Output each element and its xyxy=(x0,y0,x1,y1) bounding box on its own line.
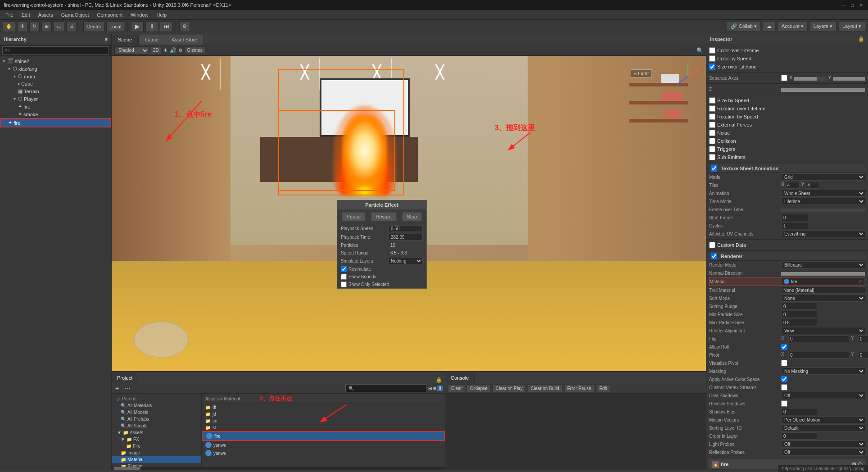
hierarchy-item-shinei[interactable]: ▼ 🎬 shinei* xyxy=(0,57,111,65)
edit-btn[interactable]: Edit xyxy=(596,384,610,392)
collapse-btn[interactable]: Collapse xyxy=(467,384,491,392)
view-toggle1[interactable]: ⊞ xyxy=(428,386,432,391)
hierarchy-item-terrain[interactable]: ▦ Terrain xyxy=(0,87,111,95)
cast-shadows-select[interactable]: Off On xyxy=(781,392,865,399)
pivot-y-input[interactable] xyxy=(858,352,868,359)
effects-toggle[interactable]: ⚙ xyxy=(178,48,182,53)
flip-y-input[interactable] xyxy=(858,336,868,342)
tree-toggle-fx[interactable]: ▼ xyxy=(121,437,125,442)
frame-curve[interactable] xyxy=(781,209,865,212)
noise-cb[interactable] xyxy=(709,130,715,136)
animation-select[interactable]: Whole Sheet Single Row xyxy=(781,190,865,197)
size-over-lifetime-cb[interactable] xyxy=(709,64,715,70)
2d-toggle[interactable]: 2D xyxy=(151,46,161,54)
tree-item-plugins[interactable]: 📁 Plugins xyxy=(112,463,201,467)
navigation-gizmo[interactable]: X Y Z xyxy=(674,63,701,90)
hierarchy-item-smoke[interactable]: ✦ smoke xyxy=(0,110,111,118)
scrollbar-thumb[interactable] xyxy=(113,467,140,470)
material-picker-icon[interactable]: ⊙ xyxy=(859,279,863,284)
show-bounds-checkbox[interactable] xyxy=(341,274,347,280)
hierarchy-item-room[interactable]: ▼ ⬡ room xyxy=(0,73,111,80)
render-mode-select[interactable]: Billboard Stretched Billboard Horizontal… xyxy=(781,261,865,268)
rotation-by-speed-cb[interactable] xyxy=(709,113,715,120)
transform-tool[interactable]: ⊡ xyxy=(66,21,77,32)
custom-data-cb[interactable] xyxy=(709,242,715,248)
file-fire-material[interactable]: fire xyxy=(202,431,445,441)
custom-vertex-streams-cb[interactable] xyxy=(781,384,787,390)
sorting-layer-id-select[interactable]: Default xyxy=(781,424,865,431)
normal-direction-slider[interactable] xyxy=(781,272,865,276)
cycles-input[interactable] xyxy=(781,222,808,229)
sort-mode-select[interactable]: None By Distance xyxy=(781,295,865,302)
mode-select[interactable]: Grid Sprites xyxy=(781,173,865,181)
account-btn[interactable]: Account ▾ xyxy=(778,22,808,32)
playback-speed-input[interactable] xyxy=(389,225,423,232)
reflection-probes-select[interactable]: Off Blend Probes xyxy=(781,449,865,456)
tree-item-all-prefabs[interactable]: 🔍 All Prefabs xyxy=(112,416,201,422)
menu-gameobject[interactable]: GameObject xyxy=(58,11,93,18)
size-by-speed-cb[interactable] xyxy=(709,97,715,104)
sorting-fudge-input[interactable] xyxy=(781,303,817,310)
file-yanwu1[interactable]: yanwu xyxy=(202,441,445,449)
menu-file[interactable]: File xyxy=(2,11,17,18)
file-jd[interactable]: 📁 jd xyxy=(202,411,445,418)
file-sl[interactable]: 📁 sl xyxy=(202,424,445,431)
max-particle-size-input[interactable] xyxy=(781,319,817,326)
pause-button[interactable]: ⏸ xyxy=(145,21,158,32)
time-mode-select[interactable]: Lifetime Speed xyxy=(781,198,865,205)
render-alignment-select[interactable]: View World Local xyxy=(781,327,865,334)
texture-sheet-header[interactable]: Texture Sheet Animation xyxy=(709,164,865,173)
collab-btn[interactable]: 🔗 Collab ▾ xyxy=(727,22,761,32)
apply-active-color-space-cb[interactable] xyxy=(781,376,787,382)
sub-emitters-cb[interactable] xyxy=(709,154,715,160)
menu-help[interactable]: Help xyxy=(153,11,170,18)
clear-btn[interactable]: Clear xyxy=(448,384,465,392)
tree-item-assets[interactable]: ▼ 📁 Assets xyxy=(112,429,201,436)
color-over-lifetime-cb[interactable] xyxy=(709,47,715,54)
menu-edit[interactable]: Edit xyxy=(18,11,34,18)
pivot-center-btn[interactable]: Center xyxy=(83,21,104,32)
tab-console[interactable]: Console xyxy=(445,373,475,383)
maximize-btn[interactable]: □ xyxy=(849,2,855,8)
minimize-btn[interactable]: ─ xyxy=(840,2,846,8)
tree-item-fx[interactable]: ▼ 📁 FX xyxy=(112,436,201,443)
resimulate-checkbox[interactable] xyxy=(341,266,347,272)
simulate-layers-select[interactable]: Nothing Everything xyxy=(389,258,423,264)
play-button[interactable]: ▶ xyxy=(131,21,144,32)
hierarchy-item-cube[interactable]: ▪ Cube xyxy=(0,80,111,87)
titlebar-controls[interactable]: ─ □ ✕ xyxy=(840,2,864,8)
search-icon[interactable]: 🔍 xyxy=(696,47,703,54)
tab-project[interactable]: Project xyxy=(112,373,138,383)
particle-stop-btn[interactable]: Stop xyxy=(402,212,422,221)
shading-mode-select[interactable]: Shaded Wireframe xyxy=(114,46,149,54)
renderer-header[interactable]: Renderer xyxy=(709,252,865,261)
pivot-x-input[interactable] xyxy=(788,352,849,359)
clear-on-build-btn[interactable]: Clear on Build xyxy=(528,384,562,392)
visualize-pivot-cb[interactable] xyxy=(781,360,787,366)
order-in-layer-input[interactable] xyxy=(781,432,817,440)
hierarchy-item-xiaofang[interactable]: ▼ ⬡ xiaofang xyxy=(0,65,111,73)
tree-item-fire-folder[interactable]: 📁 Fire xyxy=(112,443,201,449)
step-button[interactable]: ⏭ xyxy=(160,21,172,32)
min-particle-size-input[interactable] xyxy=(781,311,817,318)
tab-scene[interactable]: Scene xyxy=(112,35,139,45)
tree-toggle-assets[interactable]: ▼ xyxy=(117,430,122,435)
tree-item-all-scripts[interactable]: 🔍 All Scripts xyxy=(112,422,201,429)
separate-axes-cb[interactable] xyxy=(781,75,787,81)
tree-toggle-player[interactable]: ▼ xyxy=(13,97,17,101)
y-slider[interactable] xyxy=(833,77,865,81)
texture-sheet-cb[interactable] xyxy=(711,165,717,172)
menu-window[interactable]: Window xyxy=(127,11,152,18)
move-tool[interactable]: ✛ xyxy=(17,21,27,32)
hierarchy-search-input[interactable] xyxy=(2,46,109,54)
shadow-bias-input[interactable] xyxy=(781,408,817,415)
tree-item-image[interactable]: 📁 Image xyxy=(112,449,201,456)
playback-time-input[interactable] xyxy=(389,234,423,241)
collision-cb[interactable] xyxy=(709,138,715,144)
menu-component[interactable]: Component xyxy=(93,11,126,18)
settings-btn[interactable]: ⚙ xyxy=(179,21,190,32)
hierarchy-item-fire-selected[interactable]: ✦ fire xyxy=(0,118,111,127)
scale-tool[interactable]: ⊞ xyxy=(41,21,52,32)
tiles-x-input[interactable] xyxy=(786,182,800,189)
hierarchy-item-fire1[interactable]: ✦ fire xyxy=(0,103,111,110)
